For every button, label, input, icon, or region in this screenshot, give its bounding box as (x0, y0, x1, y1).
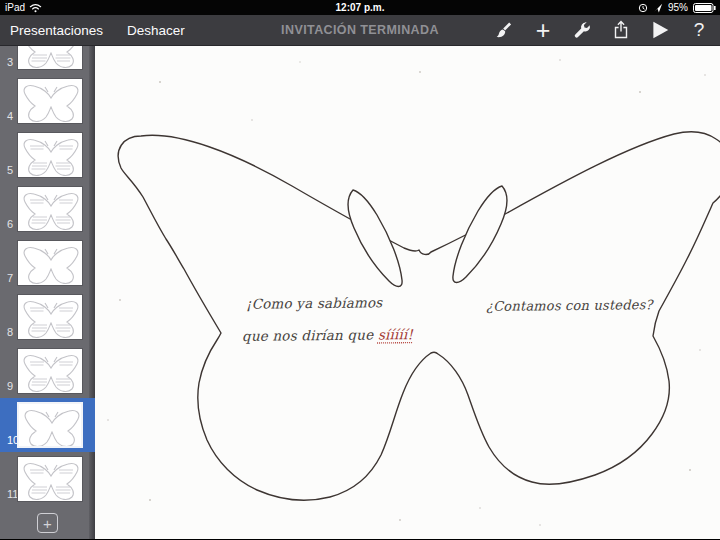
slide-thumbnail-row-6[interactable]: 6 (0, 182, 95, 236)
status-time: 12:07 p.m. (0, 2, 720, 13)
slide-number: 9 (7, 380, 13, 392)
text-box-left-line1[interactable]: ¡Como ya sabíamos (246, 294, 382, 311)
slide-thumbnail[interactable] (17, 46, 83, 70)
slide-thumbnail[interactable] (17, 78, 83, 124)
slide-navigator: 3 4 5 6 7 (0, 46, 95, 539)
slide-canvas[interactable]: ¡Como ya sabíamos que nos dirían que síí… (95, 46, 720, 539)
add-icon[interactable]: + (532, 19, 554, 41)
slide-number: 8 (7, 326, 13, 338)
slide-thumbnail[interactable] (17, 132, 83, 178)
misspelled-word: sííííí! (378, 326, 414, 342)
butterfly-outline[interactable] (95, 46, 720, 539)
help-icon[interactable]: ? (688, 19, 710, 41)
play-icon[interactable] (649, 19, 671, 41)
slide-thumbnail-row-4[interactable]: 4 (0, 74, 95, 128)
slide-thumbnail[interactable] (17, 240, 83, 286)
slide-thumbnail[interactable] (17, 186, 83, 232)
format-brush-icon[interactable] (493, 19, 515, 41)
slide-thumbnail-row-5[interactable]: 5 (0, 128, 95, 182)
location-arrow-icon (653, 3, 663, 13)
slide-thumbnail-row-3[interactable]: 3 (0, 46, 95, 74)
slide-thumbnail-row-10[interactable]: 10 (0, 398, 95, 452)
slide-thumbnail-row-11[interactable]: 11 (0, 452, 95, 506)
text-box-left-line2[interactable]: que nos dirían que sííííí! (242, 326, 413, 344)
battery-icon (693, 3, 716, 13)
toolbar: Presentaciones Deshacer INVITACIÓN TERMI… (0, 15, 720, 46)
slide-thumbnail-row-8[interactable]: 8 (0, 290, 95, 344)
text-box-right[interactable]: ¿Contamos con ustedes? (486, 297, 653, 314)
slide-thumbnail-row-7[interactable]: 7 (0, 236, 95, 290)
share-icon[interactable] (610, 19, 632, 41)
slide-number: 3 (7, 56, 13, 68)
slide-thumbnail-row-9[interactable]: 9 (0, 344, 95, 398)
slide-number: 7 (7, 272, 13, 284)
slide-number: 4 (7, 110, 13, 122)
status-bar: iPad 12:07 p.m. 95% (0, 0, 720, 15)
undo-button[interactable]: Deshacer (127, 23, 185, 38)
tools-wrench-icon[interactable] (571, 19, 593, 41)
slide-number: 6 (7, 218, 13, 230)
slide-thumbnail[interactable] (17, 348, 83, 394)
slide-thumbnail[interactable] (17, 294, 83, 340)
slide-number: 5 (7, 164, 13, 176)
slide-thumbnail[interactable] (17, 456, 83, 502)
slide-thumbnail[interactable] (17, 402, 83, 448)
battery-percent: 95% (668, 2, 688, 13)
add-slide-button[interactable]: + (37, 513, 58, 533)
alarm-icon (638, 3, 648, 13)
presentations-button[interactable]: Presentaciones (10, 23, 103, 38)
